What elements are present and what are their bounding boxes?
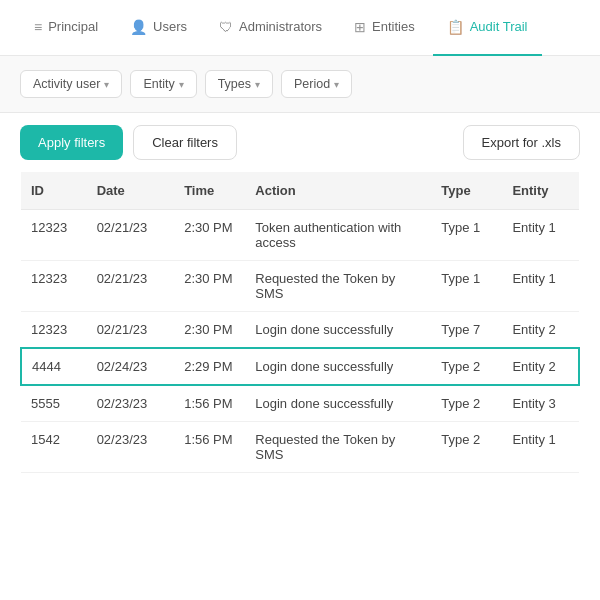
- filter-chevron-entity: ▾: [179, 79, 184, 90]
- cell-date: 02/23/23: [87, 385, 175, 422]
- col-header-type: Type: [431, 172, 502, 210]
- cell-action: Login done successfully: [245, 348, 431, 385]
- audit-trail-table: ID Date Time Action Type Entity 1232302/…: [20, 172, 580, 473]
- col-header-date: Date: [87, 172, 175, 210]
- clear-filters-button[interactable]: Clear filters: [133, 125, 237, 160]
- nav-icon-principal: ≡: [34, 19, 42, 35]
- nav-icon-users: 👤: [130, 19, 147, 35]
- nav-label-users: Users: [153, 19, 187, 34]
- cell-id: 4444: [21, 348, 87, 385]
- cell-action: Requested the Token by SMS: [245, 422, 431, 473]
- nav-label-audit-trail: Audit Trail: [470, 19, 528, 34]
- cell-time: 2:29 PM: [174, 348, 245, 385]
- cell-time: 1:56 PM: [174, 385, 245, 422]
- cell-time: 2:30 PM: [174, 210, 245, 261]
- cell-entity: Entity 1: [502, 422, 579, 473]
- cell-id: 12323: [21, 312, 87, 349]
- nav-label-administrators: Administrators: [239, 19, 322, 34]
- nav-item-audit-trail[interactable]: 📋Audit Trail: [433, 0, 542, 56]
- filter-activity-user[interactable]: Activity user▾: [20, 70, 122, 98]
- filter-chevron-activity-user: ▾: [104, 79, 109, 90]
- filter-label-period: Period: [294, 77, 330, 91]
- cell-id: 1542: [21, 422, 87, 473]
- apply-filters-button[interactable]: Apply filters: [20, 125, 123, 160]
- cell-entity: Entity 1: [502, 210, 579, 261]
- table-row[interactable]: 555502/23/231:56 PMLogin done successful…: [21, 385, 579, 422]
- table-row[interactable]: 1232302/21/232:30 PMRequested the Token …: [21, 261, 579, 312]
- filter-period[interactable]: Period▾: [281, 70, 352, 98]
- cell-action: Login done successfully: [245, 385, 431, 422]
- cell-date: 02/21/23: [87, 261, 175, 312]
- audit-trail-table-container: ID Date Time Action Type Entity 1232302/…: [0, 172, 600, 493]
- nav-item-entities[interactable]: ⊞Entities: [340, 0, 429, 56]
- filter-chevron-types: ▾: [255, 79, 260, 90]
- cell-time: 2:30 PM: [174, 261, 245, 312]
- table-row[interactable]: 444402/24/232:29 PMLogin done successful…: [21, 348, 579, 385]
- col-header-action: Action: [245, 172, 431, 210]
- cell-action: Requested the Token by SMS: [245, 261, 431, 312]
- col-header-entity: Entity: [502, 172, 579, 210]
- table-row[interactable]: 1232302/21/232:30 PMToken authentication…: [21, 210, 579, 261]
- cell-type: Type 7: [431, 312, 502, 349]
- filter-label-entity: Entity: [143, 77, 174, 91]
- cell-type: Type 1: [431, 261, 502, 312]
- cell-id: 12323: [21, 261, 87, 312]
- table-header: ID Date Time Action Type Entity: [21, 172, 579, 210]
- cell-date: 02/21/23: [87, 210, 175, 261]
- nav-label-principal: Principal: [48, 19, 98, 34]
- action-row: Apply filters Clear filters Export for .…: [0, 113, 600, 172]
- cell-action: Login done successfully: [245, 312, 431, 349]
- cell-type: Type 2: [431, 348, 502, 385]
- cell-action: Token authentication with access: [245, 210, 431, 261]
- export-button[interactable]: Export for .xls: [463, 125, 580, 160]
- filter-chevron-period: ▾: [334, 79, 339, 90]
- table-header-row: ID Date Time Action Type Entity: [21, 172, 579, 210]
- col-header-id: ID: [21, 172, 87, 210]
- nav-icon-entities: ⊞: [354, 19, 366, 35]
- nav-item-principal[interactable]: ≡Principal: [20, 0, 112, 56]
- filter-label-types: Types: [218, 77, 251, 91]
- table-row[interactable]: 154202/23/231:56 PMRequested the Token b…: [21, 422, 579, 473]
- cell-entity: Entity 2: [502, 312, 579, 349]
- cell-time: 1:56 PM: [174, 422, 245, 473]
- cell-date: 02/21/23: [87, 312, 175, 349]
- filters-row: Activity user▾Entity▾Types▾Period▾: [0, 56, 600, 113]
- filter-label-activity-user: Activity user: [33, 77, 100, 91]
- table-row[interactable]: 1232302/21/232:30 PMLogin done successfu…: [21, 312, 579, 349]
- col-header-time: Time: [174, 172, 245, 210]
- cell-id: 12323: [21, 210, 87, 261]
- filter-types[interactable]: Types▾: [205, 70, 273, 98]
- nav-item-users[interactable]: 👤Users: [116, 0, 201, 56]
- cell-entity: Entity 2: [502, 348, 579, 385]
- table-body: 1232302/21/232:30 PMToken authentication…: [21, 210, 579, 473]
- filter-entity[interactable]: Entity▾: [130, 70, 196, 98]
- cell-id: 5555: [21, 385, 87, 422]
- nav-icon-administrators: 🛡: [219, 19, 233, 35]
- cell-date: 02/24/23: [87, 348, 175, 385]
- cell-type: Type 2: [431, 385, 502, 422]
- top-navigation: ≡Principal👤Users🛡Administrators⊞Entities…: [0, 0, 600, 56]
- nav-icon-audit-trail: 📋: [447, 19, 464, 35]
- cell-date: 02/23/23: [87, 422, 175, 473]
- cell-time: 2:30 PM: [174, 312, 245, 349]
- cell-type: Type 2: [431, 422, 502, 473]
- nav-item-administrators[interactable]: 🛡Administrators: [205, 0, 336, 56]
- cell-entity: Entity 3: [502, 385, 579, 422]
- cell-type: Type 1: [431, 210, 502, 261]
- nav-label-entities: Entities: [372, 19, 415, 34]
- cell-entity: Entity 1: [502, 261, 579, 312]
